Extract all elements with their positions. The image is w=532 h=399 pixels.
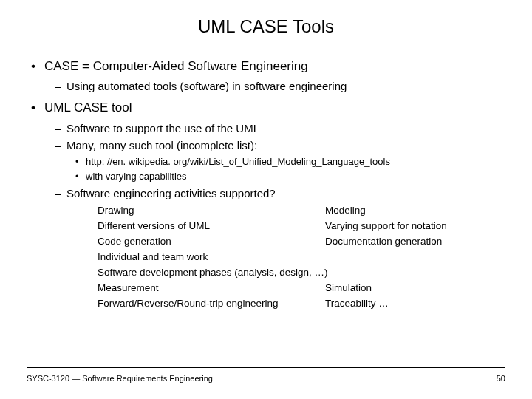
activity-item: Individual and team work bbox=[98, 250, 501, 265]
bullet-case-sub: Using automated tools (software) in soft… bbox=[55, 78, 501, 95]
footer-course: SYSC-3120 — Software Requirements Engine… bbox=[27, 374, 213, 383]
activities-grid: Drawing Modeling Different versions of U… bbox=[55, 203, 501, 311]
activity-item: Drawing bbox=[98, 203, 319, 219]
slide-title: UML CASE Tools bbox=[27, 16, 505, 37]
bullet-varying: with varying capabilities bbox=[75, 169, 501, 184]
activity-item: Code generation bbox=[98, 234, 319, 250]
footer-page-number: 50 bbox=[497, 374, 505, 383]
footer-divider bbox=[27, 367, 505, 368]
activity-item: Measurement bbox=[98, 281, 319, 296]
activity-item: Simulation bbox=[325, 281, 501, 296]
activity-item: Documentation generation bbox=[325, 234, 501, 250]
slide-footer: SYSC-3120 — Software Requirements Engine… bbox=[27, 367, 505, 383]
activity-item: Software development phases (analysis, d… bbox=[98, 265, 501, 281]
activity-item: Traceability … bbox=[325, 296, 501, 312]
bullet-uml-tool: UML CASE tool bbox=[31, 98, 501, 117]
bullet-many: Many, many such tool (incomplete list): bbox=[55, 137, 501, 154]
activity-item: Forward/Reverse/Round-trip engineering bbox=[98, 296, 319, 312]
activity-item: Different versions of UML bbox=[98, 219, 319, 234]
bullet-activities-q: Software engineering activities supporte… bbox=[55, 185, 501, 202]
activity-item: Varying support for notation bbox=[325, 219, 501, 234]
bullet-url: http: //en. wikipedia. org/wiki/List_of_… bbox=[75, 154, 501, 169]
bullet-support: Software to support the use of the UML bbox=[55, 120, 501, 137]
slide-content: CASE = Computer-Aided Software Engineeri… bbox=[27, 56, 505, 312]
bullet-case-def: CASE = Computer-Aided Software Engineeri… bbox=[31, 56, 501, 76]
activity-item: Modeling bbox=[325, 203, 501, 219]
